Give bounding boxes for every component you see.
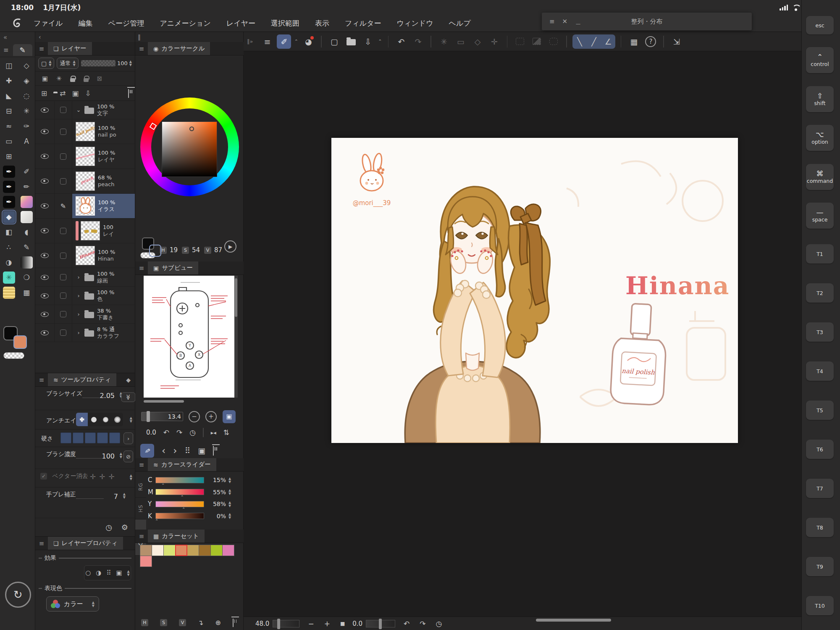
layer-content[interactable]: 100レイ — [72, 219, 135, 243]
subview-rotate-cw-icon[interactable]: ↷ — [176, 428, 182, 437]
screen-mode-icon[interactable]: ⇲ — [669, 34, 684, 49]
canvas-reset-rotation-icon[interactable]: ◷ — [436, 619, 442, 628]
color-swatch[interactable] — [140, 556, 152, 567]
subview-image[interactable]: Y B X A — [144, 276, 238, 398]
key-t5[interactable]: T5 — [806, 401, 834, 420]
material-3d-tool[interactable]: ◇ — [18, 58, 35, 73]
eye-icon[interactable] — [41, 228, 49, 233]
tab-color-slider[interactable]: ≋ カラースライダー — [148, 458, 216, 471]
key-space[interactable]: —space — [806, 203, 834, 229]
layer-content[interactable]: ›8 % 通カララフ — [72, 324, 135, 342]
blend-tool[interactable]: ◑ — [0, 255, 18, 270]
key-option[interactable]: ⌥option — [806, 125, 834, 151]
pen-nib-tool[interactable]: ✑ — [18, 119, 35, 134]
move-tool[interactable]: ✚ — [0, 73, 18, 88]
eye-icon[interactable] — [41, 129, 49, 134]
antialias-none-option[interactable] — [76, 413, 88, 426]
selection-invert-icon[interactable] — [530, 34, 544, 49]
subview-zoom-out-button[interactable]: − — [189, 411, 200, 422]
layer-row-1[interactable]: nail polish100 %nail po — [35, 119, 135, 144]
antialias-middle-option[interactable] — [100, 413, 111, 426]
blend-mode-dropdown[interactable]: 通常 ▲▼ — [57, 58, 78, 69]
snap-special-ruler-icon[interactable]: ▭ — [454, 34, 468, 49]
stabilization-stepper[interactable]: ▲▼ — [123, 493, 126, 499]
marquee-tool[interactable]: ▭ — [0, 134, 18, 149]
lock-transparent-pixel-icon[interactable] — [84, 78, 89, 82]
lasso-select-tool[interactable]: ◌ — [18, 88, 35, 103]
layer-row-10[interactable]: ›8 % 通カララフ — [35, 324, 135, 342]
color-set-menu-icon[interactable]: ≡ — [135, 530, 148, 543]
slider-stepper-c[interactable]: ▲▼ — [228, 477, 231, 483]
canvas-zoom-slider[interactable] — [273, 620, 299, 627]
menu-page[interactable]: ページ管理 — [108, 18, 144, 28]
sub-color-swatch[interactable] — [13, 335, 27, 349]
hamburger-menu-icon[interactable]: ≡ — [260, 34, 274, 49]
layer-property-menu-icon[interactable]: ≡ — [35, 537, 48, 550]
eye-icon[interactable] — [41, 275, 49, 280]
sort-saturation-button[interactable]: S — [160, 619, 167, 626]
layer-opacity-slider[interactable]: 100 ▲▼ — [81, 60, 132, 66]
folder-chevron-icon[interactable]: ⌄ — [76, 107, 81, 113]
pencil-tool[interactable]: ✏ — [18, 179, 35, 194]
tab-layers[interactable]: ❏ レイヤー — [48, 42, 92, 55]
fill-tool[interactable]: ◧ — [0, 224, 18, 240]
density-value[interactable]: 100 — [102, 452, 115, 460]
canvas-zoom-value[interactable]: 48.0 — [255, 620, 269, 627]
subview-rotate-ccw-icon[interactable]: ↶ — [163, 428, 169, 437]
subview-zoom-slider[interactable]: 13.4 — [141, 412, 183, 421]
transparent-color-swatch[interactable] — [3, 352, 24, 359]
vector-erase-checkbox[interactable]: ✓ — [40, 473, 47, 480]
folder-chevron-icon[interactable]: › — [76, 311, 81, 317]
slider-track-y[interactable]: ⌃ — [155, 501, 204, 507]
subview-menu-icon[interactable]: ≡ — [135, 261, 148, 274]
folder-chevron-icon[interactable]: › — [76, 293, 81, 299]
slider-stepper-k[interactable]: ▲▼ — [228, 513, 231, 519]
import-color-set-icon[interactable]: ↴ — [198, 619, 203, 627]
active-tool-icon[interactable]: ✐ — [277, 34, 291, 49]
folder-chevron-icon[interactable]: › — [76, 329, 81, 336]
pen-tool-3[interactable]: ✒ — [0, 194, 18, 209]
layer-visibility-cell[interactable] — [35, 144, 55, 169]
layer-checkbox[interactable] — [60, 107, 66, 113]
zoom-in-icon[interactable]: + — [324, 619, 330, 628]
sort-hue-button[interactable]: H — [141, 619, 148, 626]
slider-stepper-y[interactable]: ▲▼ — [228, 501, 231, 507]
halftone-effect-icon[interactable]: ⠿ — [106, 569, 111, 577]
crop-mark-icon[interactable]: ✛ — [487, 34, 501, 49]
duplicate-layer-icon[interactable]: ▣ — [72, 89, 79, 98]
selection-border-icon[interactable] — [546, 34, 561, 49]
command-bar-icon[interactable]: ▦ — [627, 34, 641, 49]
canvas-rotate-slider[interactable] — [366, 620, 395, 627]
menu-help[interactable]: ヘルプ — [449, 18, 471, 28]
decoration-tool[interactable]: ✳ — [0, 270, 18, 285]
layer-row-2[interactable]: 100 %レイヤ — [35, 144, 135, 169]
key-t4[interactable]: T4 — [806, 361, 834, 381]
layer-content[interactable]: 100 %レイヤ — [72, 144, 135, 169]
key-t3[interactable]: T3 — [806, 322, 834, 342]
layer-visibility-cell[interactable] — [35, 324, 55, 342]
layer-row-8[interactable]: ›100 %色 — [35, 287, 135, 305]
wrench-icon[interactable]: ⚙ — [121, 523, 128, 532]
layer-checkbox[interactable] — [60, 129, 66, 135]
key-t2[interactable]: T2 — [806, 283, 834, 303]
kneaded-eraser-tool[interactable]: ◖ — [18, 224, 35, 240]
eye-icon[interactable] — [41, 108, 49, 113]
subview-vertical-scrollbar[interactable] — [234, 276, 238, 398]
collapse-toolstrip-icon[interactable]: « — [3, 34, 7, 41]
color-swatch[interactable] — [222, 545, 234, 556]
slider-value-k[interactable]: 0% — [207, 513, 226, 519]
eye-icon[interactable] — [41, 179, 49, 184]
layer-visibility-cell[interactable] — [35, 219, 55, 243]
vector-erase-stepper[interactable]: ▲▼ — [130, 474, 132, 480]
vector-curve-tool-icon[interactable]: ╱ — [587, 34, 601, 49]
layer-panel-menu-icon[interactable]: ≡ — [35, 42, 48, 55]
merge-down-icon[interactable]: ⇩ — [85, 89, 91, 98]
eye-icon[interactable] — [41, 312, 49, 317]
layer-check-cell[interactable]: ✎ — [55, 194, 72, 218]
slider-value-m[interactable]: 55% — [207, 489, 226, 496]
layer-check-cell[interactable] — [55, 243, 72, 268]
text-tool[interactable]: A — [18, 134, 35, 149]
eye-icon[interactable] — [41, 293, 49, 298]
border-effect-icon[interactable]: ○ — [85, 569, 91, 577]
antialias-strong-option[interactable] — [111, 413, 123, 426]
